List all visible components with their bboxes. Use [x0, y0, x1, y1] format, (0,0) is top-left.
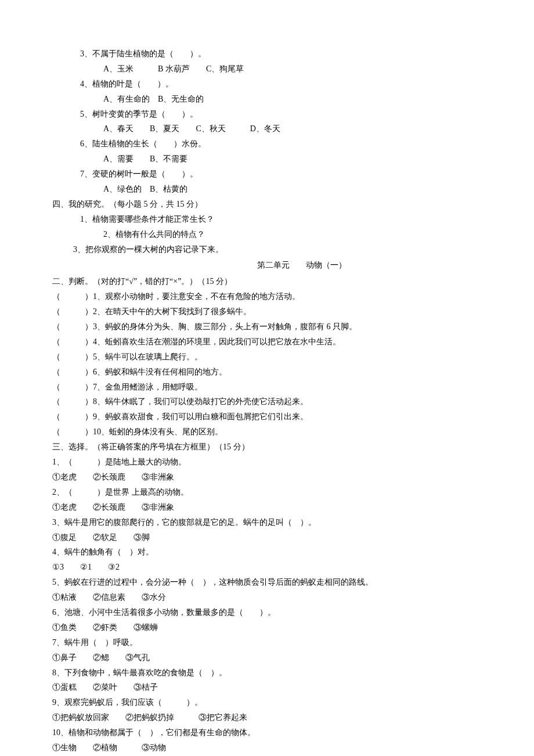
- section4-q1: 1、植物需要哪些条件才能正常生长？: [52, 212, 482, 227]
- q7-opts: A、绿色的 B、枯黄的: [52, 182, 482, 197]
- s3-q1-opts: ①老虎 ②长颈鹿 ③非洲象: [52, 470, 482, 485]
- judge-item-1: （ ）1、观察小动物时，要注意安全，不在有危险的地方活动。: [52, 289, 482, 304]
- s3-q8-stem: 8、下列食物中，蜗牛最喜欢吃的食物是（ ）。: [52, 665, 482, 681]
- q4-stem: 4、植物的叶是（ ）。: [52, 77, 482, 92]
- s3-q4-opts: ①3 ②1 ③2: [52, 560, 482, 575]
- s3-q1-stem: 1、（ ）是陆地上最大的动物。: [52, 455, 482, 470]
- q5-stem: 5、树叶变黄的季节是（ ）。: [52, 107, 482, 122]
- q3-opts: A、玉米 B 水葫芦 C、狗尾草: [52, 62, 482, 77]
- s3-q3-stem: 3、蜗牛是用它的腹部爬行的，它的腹部就是它的足。蜗牛的足叫（ ）。: [52, 515, 482, 530]
- judge-item-10: （ ）10、蚯蚓的身体没有头、尾的区别。: [52, 424, 482, 440]
- s3-q8-opts: ①蛋糕 ②菜叶 ③桔子: [52, 680, 482, 695]
- s3-q2-opts: ①老虎 ②长颈鹿 ③非洲象: [52, 500, 482, 515]
- s3-q7-opts: ①鼻子 ②鳃 ③气孔: [52, 650, 482, 665]
- section4-q2: 2、植物有什么共同的特点？: [52, 227, 482, 242]
- judge-item-8: （ ）8、蜗牛休眠了，我们可以使劲敲打它的外壳使它活动起来。: [52, 394, 482, 409]
- q6-opts: A、需要 B、不需要: [52, 152, 482, 167]
- section3-heading: 三、选择。（将正确答案的序号填在方框里）（15 分）: [52, 440, 482, 455]
- s3-q6-opts: ①鱼类 ②虾类 ③螺蛳: [52, 620, 482, 635]
- section4-heading: 四、我的研究。（每小题 5 分，共 15 分）: [52, 197, 482, 212]
- s3-q9-opts: ①把蚂蚁放回家 ②把蚂蚁扔掉 ③把它养起来: [52, 710, 482, 725]
- s3-q5-stem: 5、蚂蚁在行进的过程中，会分泌一种（ ），这种物质会引导后面的蚂蚁走相同的路线。: [52, 575, 482, 590]
- unit2-title: 第二单元 动物（一）: [52, 258, 482, 273]
- s3-q2-stem: 2、（ ）是世界 上最高的动物。: [52, 485, 482, 500]
- s3-q10-stem: 10、植物和动物都属于（ ），它们都是有生命的物体。: [52, 725, 482, 740]
- judge-item-7: （ ）7、金鱼用鳍游泳，用鳃呼吸。: [52, 380, 482, 395]
- q7-stem: 7、变硬的树叶一般是（ ）。: [52, 167, 482, 182]
- judge-item-3: （ ）3、蚂蚁的身体分为头、胸、腹三部分，头上有一对触角，腹部有 6 只脚。: [52, 319, 482, 334]
- s3-q10-opts: ①生物 ②植物 ③动物: [52, 740, 482, 755]
- judge-item-5: （ ）5、蜗牛可以在玻璃上爬行。。: [52, 350, 482, 365]
- q3-stem: 3、不属于陆生植物的是（ ）。: [52, 46, 482, 62]
- judge-item-6: （ ）6、蚂蚁和蜗牛没有任何相同的地方。: [52, 365, 482, 380]
- judge-item-9: （ ）9、蚂蚁喜欢甜食，我们可以用白糖和面包屑把它们引出来。: [52, 409, 482, 424]
- q4-opts: A、有生命的 B、无生命的: [52, 92, 482, 107]
- section4-q3: 3、把你观察的一棵大树的内容记录下来。: [52, 242, 482, 257]
- judge-item-4: （ ）4、蚯蚓喜欢生活在潮湿的环境里，因此我们可以把它放在水中生活。: [52, 334, 482, 350]
- s3-q3-opts: ①腹足 ②软足 ③脚: [52, 530, 482, 545]
- section2-heading: 二、判断。（对的打“√”，错的打“×”。）（15 分）: [52, 274, 482, 289]
- s3-q6-stem: 6、池塘、小河中生活着很多小动物，数量最多的是（ ）。: [52, 605, 482, 620]
- q6-stem: 6、陆生植物的生长（ ）水份。: [52, 136, 482, 152]
- q5-opts: A、春天 B、夏天 C、秋天 D、冬天: [52, 121, 482, 136]
- judge-item-2: （ ）2、在晴天中午的大树下我找到了很多蜗牛。: [52, 304, 482, 319]
- s3-q5-opts: ①粘液 ②信息素 ③水分: [52, 590, 482, 605]
- s3-q4-stem: 4、蜗牛的触角有（ ）对。: [52, 545, 482, 560]
- s3-q7-stem: 7、蜗牛用（ ）呼吸。: [52, 635, 482, 650]
- s3-q9-stem: 9、观察完蚂蚁后，我们应该（ ）。: [52, 695, 482, 710]
